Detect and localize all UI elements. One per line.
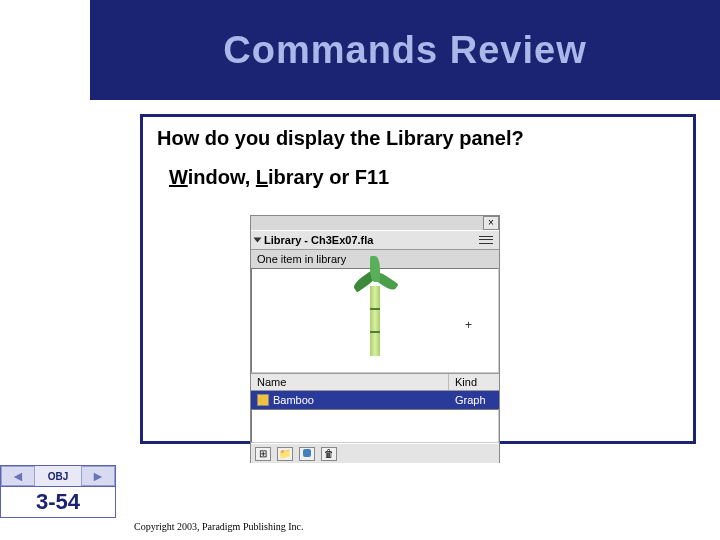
nav-next-button[interactable]: ► — [81, 466, 115, 486]
footer-nav: ◄ OBJ ► 3-54 — [0, 465, 116, 518]
panel-close-button[interactable]: × — [483, 216, 499, 230]
new-folder-button[interactable]: 📁 — [277, 447, 293, 461]
header-kind[interactable]: Kind — [449, 374, 499, 390]
nav-prev-button[interactable]: ◄ — [1, 466, 35, 486]
panel-toolbar: ⊞ 📁 🗑 — [251, 443, 499, 463]
slide-title: Commands Review — [90, 0, 720, 100]
panel-list-area — [251, 409, 499, 443]
panel-menu-icon[interactable] — [477, 233, 495, 247]
delete-button[interactable]: 🗑 — [321, 447, 337, 461]
item-name: Bamboo — [273, 394, 314, 406]
question-text: How do you display the Library panel? — [157, 127, 679, 150]
panel-title-text: Library - Ch3Ex07.fla — [264, 234, 373, 246]
copyright-text: Copyright 2003, Paradigm Publishing Inc. — [134, 521, 303, 532]
panel-title-bar[interactable]: Library - Ch3Ex07.fla — [251, 230, 499, 250]
page-number: 3-54 — [0, 487, 116, 518]
header-name[interactable]: Name — [251, 374, 449, 390]
registration-cross-icon: + — [465, 318, 472, 332]
library-item-row[interactable]: Bamboo Graph — [251, 391, 499, 409]
symbol-icon — [257, 394, 269, 406]
panel-column-headers[interactable]: Name Kind — [251, 373, 499, 391]
bamboo-graphic — [370, 286, 380, 356]
new-symbol-button[interactable]: ⊞ — [255, 447, 271, 461]
slide-title-band: Commands Review — [90, 0, 720, 100]
collapse-icon[interactable] — [254, 238, 262, 243]
library-panel: × Library - Ch3Ex07.fla One item in libr… — [250, 215, 500, 463]
item-kind: Graph — [449, 391, 499, 409]
answer-text: Window, Library or F11 — [169, 166, 693, 189]
properties-button[interactable] — [299, 447, 315, 461]
panel-preview-area: + — [251, 268, 499, 373]
obj-label[interactable]: OBJ — [35, 471, 81, 482]
